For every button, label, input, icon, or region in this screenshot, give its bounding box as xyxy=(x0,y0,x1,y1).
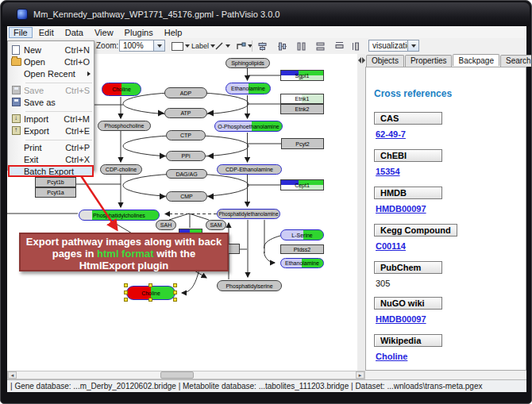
menu-bar: File Edit Data View Plugins Help xyxy=(7,26,526,39)
section-header-cas: CAS xyxy=(374,112,442,125)
match-width-icon xyxy=(334,41,345,52)
node-ctp[interactable]: CTP xyxy=(166,130,206,140)
node-ppi[interactable]: PPi xyxy=(166,151,206,161)
chevron-down-icon[interactable] xyxy=(226,44,230,48)
node-sah[interactable]: SAH xyxy=(156,220,176,230)
section-header-kegg: Kegg Compound xyxy=(374,224,457,237)
node-choline-top[interactable]: Choline xyxy=(102,83,141,96)
xref-link-cas[interactable]: 62-49-7 xyxy=(376,129,406,139)
menu-item-print[interactable]: PrintCtrl+P xyxy=(8,141,94,153)
node-l-serine[interactable]: L-Serine xyxy=(280,229,324,240)
scrollbar-thumb[interactable] xyxy=(160,371,194,379)
new-file-icon xyxy=(12,45,20,55)
menu-item-save-as[interactable]: Save as xyxy=(8,96,94,108)
section-header-wikipedia: Wikipedia xyxy=(374,334,442,347)
node-dag-ag[interactable]: DAG/AG xyxy=(166,169,207,179)
visualization-combobox[interactable]: visualization xyxy=(368,40,419,52)
node-etnk1[interactable]: Etnk1 xyxy=(280,94,324,104)
node-pcyt1b[interactable]: Pcyt1b xyxy=(35,177,76,187)
chevron-down-icon[interactable] xyxy=(153,40,164,51)
submenu-arrow-icon xyxy=(87,71,91,76)
xref-link-kegg[interactable]: C00114 xyxy=(376,241,406,251)
node-ethanolamine-top[interactable]: Ethanolamine xyxy=(226,83,271,94)
node-ptdss2[interactable]: Ptdss2 xyxy=(280,244,324,254)
status-text: | Gene database: ...m_Derby_20120602.bri… xyxy=(10,382,482,391)
menu-edit[interactable]: Edit xyxy=(34,27,59,38)
menu-item-open[interactable]: OpenCtrl+O xyxy=(8,56,94,67)
datanode-tool-button[interactable] xyxy=(170,40,191,52)
node-phosphatidylethanolamine[interactable]: Phosphatidylethanolamine xyxy=(217,209,280,219)
xref-link-wikipedia[interactable]: Choline xyxy=(376,352,407,361)
menu-item-exit[interactable]: ExitCtrl+X xyxy=(8,153,94,165)
tab-search[interactable]: Search xyxy=(500,55,532,67)
node-cdp-choline[interactable]: CDP-choline xyxy=(100,164,142,175)
align-center-button[interactable] xyxy=(256,40,269,52)
save-as-icon xyxy=(12,98,21,106)
distribute-horizontal-button[interactable] xyxy=(295,40,308,52)
selection-handle[interactable] xyxy=(124,298,128,302)
node-pcyt1a[interactable]: Pcyt1a xyxy=(35,187,76,198)
node-atp[interactable]: ATP xyxy=(164,108,207,118)
node-ethanolamine-bottom[interactable]: Ethanolamine xyxy=(280,258,324,268)
node-sgpl1[interactable]: Sgpl1 xyxy=(280,70,324,81)
xref-link-nugo[interactable]: HMDB00097 xyxy=(376,314,426,324)
zoom-combobox[interactable]: 100% xyxy=(119,40,165,52)
pathvisio-app-icon xyxy=(17,9,28,20)
collapse-left-icon[interactable] xyxy=(358,57,361,63)
line-tool-button[interactable] xyxy=(213,40,232,52)
selection-handle[interactable] xyxy=(173,283,177,287)
align-middle-icon xyxy=(277,41,287,52)
distribute-vertical-icon xyxy=(315,41,326,52)
tab-properties[interactable]: Properties xyxy=(405,55,453,67)
node-cept1[interactable]: Cept1 xyxy=(280,179,324,190)
selection-handle[interactable] xyxy=(173,290,177,294)
menu-file[interactable]: File xyxy=(9,27,33,38)
menu-item-save[interactable]: SaveCtrl+S xyxy=(8,84,94,96)
menu-data[interactable]: Data xyxy=(60,27,88,38)
menu-plugins[interactable]: Plugins xyxy=(120,27,158,38)
selection-handle[interactable] xyxy=(124,290,128,294)
selection-handle[interactable] xyxy=(124,283,128,287)
node-cmp[interactable]: CMP xyxy=(166,191,207,202)
menu-item-import[interactable]: ↓ ImportCtrl+M xyxy=(8,113,94,125)
scroll-left-icon[interactable]: ◄ xyxy=(8,371,17,379)
node-etnk2[interactable]: Etnk2 xyxy=(280,104,324,114)
align-middle-button[interactable] xyxy=(276,40,289,52)
match-width-button[interactable] xyxy=(333,40,346,52)
menu-item-batch-export[interactable]: Batch Export xyxy=(8,165,94,177)
distribute-horizontal-icon xyxy=(296,41,306,52)
node-phosphatidylcholines[interactable]: Phosphatidylcholines xyxy=(79,210,160,221)
xref-link-chebi[interactable]: 15354 xyxy=(376,167,400,176)
xref-link-hmdb[interactable]: HMDB00097 xyxy=(376,204,426,214)
selection-handle[interactable] xyxy=(148,283,152,287)
distribute-vertical-button[interactable] xyxy=(314,40,327,52)
menu-separator xyxy=(25,137,92,140)
panel-splitter[interactable] xyxy=(357,54,365,371)
node-o-phosphoethanolamine[interactable]: O-Phosphoethanolamine xyxy=(214,121,283,132)
scroll-right-icon[interactable]: ► xyxy=(356,371,364,379)
highlighted-text: html format xyxy=(97,248,154,260)
menu-item-export[interactable]: ↑ ExportCtrl+E xyxy=(8,125,94,137)
match-height-icon xyxy=(352,41,362,52)
menu-help[interactable]: Help xyxy=(160,27,187,38)
tab-backpage[interactable]: Backpage xyxy=(453,54,499,66)
tab-objects[interactable]: Objects xyxy=(366,55,404,67)
node-adp[interactable]: ADP xyxy=(164,87,207,98)
file-menu: NewCtrl+N OpenCtrl+O Open Recent SaveCtr… xyxy=(7,40,94,171)
menu-view[interactable]: View xyxy=(90,27,118,38)
zoom-label: Zoom: xyxy=(96,41,118,50)
node-sphingolipids[interactable]: Sphingolipids xyxy=(226,58,270,68)
chevron-down-icon[interactable] xyxy=(407,40,418,51)
match-height-button[interactable] xyxy=(350,40,364,52)
title-bar[interactable]: Mm_Kennedy_pathway_WP1771_45176.gpml - P… xyxy=(2,2,530,26)
selection-handle[interactable] xyxy=(173,298,177,302)
menu-item-open-recent[interactable]: Open Recent xyxy=(8,67,94,79)
horizontal-scrollbar[interactable]: ◄ ► xyxy=(7,371,365,379)
node-cdp-ethanolamine[interactable]: CDP-Ethanolamine xyxy=(217,164,282,175)
node-pcyt2[interactable]: Pcyt2 xyxy=(281,138,324,149)
node-sam[interactable]: SAM xyxy=(206,220,226,230)
node-phosphocholine[interactable]: Phosphocholine xyxy=(98,121,151,131)
selection-handle[interactable] xyxy=(148,298,152,302)
node-phosphatidylserine[interactable]: Phosphatidylserine xyxy=(217,280,282,291)
menu-item-new[interactable]: NewCtrl+N xyxy=(8,44,94,56)
